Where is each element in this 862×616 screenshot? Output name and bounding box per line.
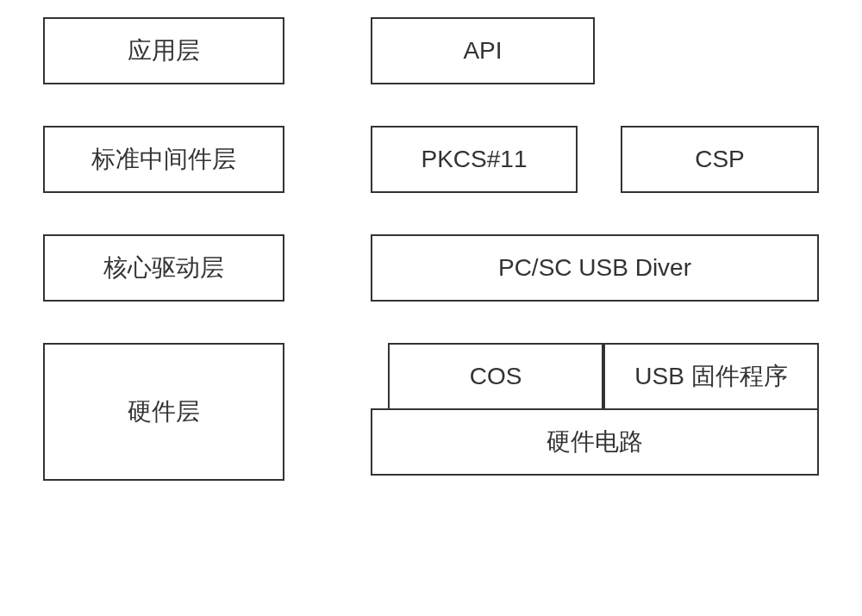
hardware-layer-content: COS USB 固件程序 硬件电路 [371, 343, 819, 481]
box-pkcs11: PKCS#11 [371, 126, 578, 193]
box-cos: COS [388, 343, 603, 410]
box-api: API [371, 17, 595, 84]
box-pcsc-usb-driver: PC/SC USB Diver [371, 234, 819, 302]
box-text: COS [470, 363, 522, 390]
architecture-diagram: 应用层 API 标准中间件层 PKCS#11 CSP 核心驱动层 PC/SC U… [43, 17, 819, 481]
hardware-top-row: COS USB 固件程序 [371, 343, 819, 410]
label-text: 核心驱动层 [103, 252, 224, 284]
box-usb-firmware: USB 固件程序 [603, 343, 819, 410]
label-text: 硬件层 [128, 395, 200, 428]
box-text: USB 固件程序 [634, 360, 787, 393]
row-application-layer: 应用层 API [43, 17, 819, 84]
label-text: 标准中间件层 [91, 143, 236, 176]
row-hardware-layer: 硬件层 COS USB 固件程序 硬件电路 [43, 343, 819, 481]
label-driver-layer: 核心驱动层 [43, 234, 284, 302]
box-csp: CSP [621, 126, 819, 193]
box-text: API [463, 37, 502, 65]
box-text: 硬件电路 [547, 426, 643, 458]
row-driver-layer: 核心驱动层 PC/SC USB Diver [43, 234, 819, 302]
label-middleware-layer: 标准中间件层 [43, 126, 284, 193]
label-application-layer: 应用层 [43, 17, 284, 84]
box-text: PC/SC USB Diver [498, 254, 691, 282]
box-text: CSP [695, 146, 745, 173]
box-hardware-circuit: 硬件电路 [371, 408, 819, 476]
label-hardware-layer: 硬件层 [43, 343, 284, 481]
label-text: 应用层 [128, 34, 200, 67]
box-text: PKCS#11 [422, 146, 528, 173]
row-middleware-layer: 标准中间件层 PKCS#11 CSP [43, 126, 819, 193]
